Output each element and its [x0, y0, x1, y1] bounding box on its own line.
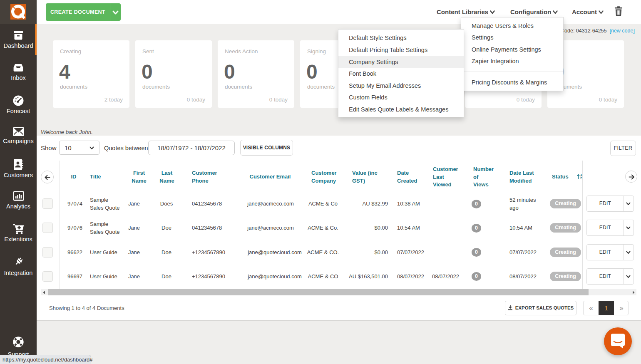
svg-text:A: A	[580, 174, 582, 177]
svg-text:Z: Z	[580, 177, 582, 180]
